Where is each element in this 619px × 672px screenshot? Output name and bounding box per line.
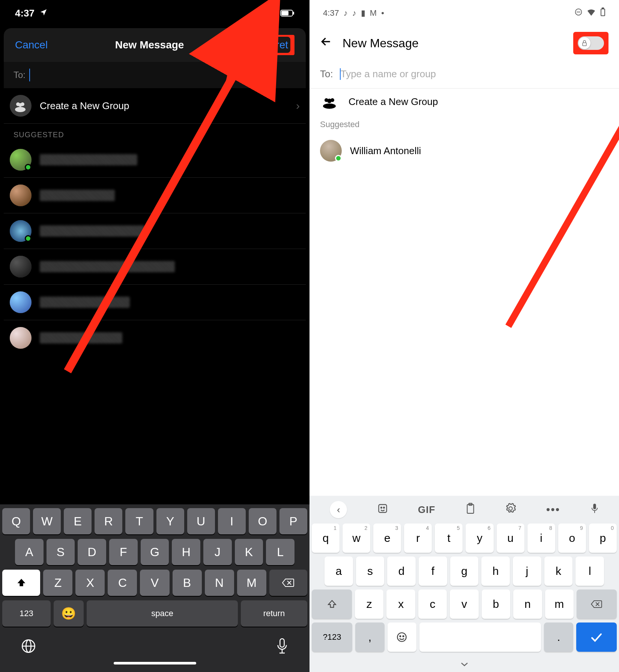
key-d[interactable]: d [387, 556, 416, 586]
key-m[interactable]: m [545, 590, 574, 619]
key-t[interactable]: T [125, 508, 153, 534]
key-b[interactable]: B [173, 570, 202, 596]
key-a[interactable]: a [325, 556, 353, 586]
key-p[interactable]: p0 [589, 524, 617, 553]
key-k[interactable]: k [544, 556, 573, 586]
key-x[interactable]: x [386, 590, 415, 619]
sticker-icon[interactable] [377, 503, 388, 516]
svg-rect-37 [467, 504, 473, 513]
key-o[interactable]: O [249, 508, 276, 534]
key-i[interactable]: I [218, 508, 246, 534]
key-f[interactable]: F [109, 539, 138, 565]
online-dot-icon [25, 235, 32, 242]
key-l[interactable]: l [575, 556, 604, 586]
home-indicator[interactable] [114, 662, 196, 664]
status-time-text: 4:37 [323, 8, 339, 18]
keyboard-collapse-chevron[interactable] [310, 658, 619, 672]
key-q[interactable]: Q [2, 508, 30, 534]
globe-icon[interactable] [21, 639, 36, 655]
key-j[interactable]: j [513, 556, 541, 586]
enter-key[interactable] [576, 622, 617, 652]
key-e[interactable]: E [64, 508, 92, 534]
key-g[interactable]: G [141, 539, 169, 565]
key-q[interactable]: q1 [312, 524, 340, 553]
suggested-contact[interactable] [4, 320, 306, 356]
create-group-row[interactable]: Create a New Group › [4, 88, 306, 124]
key-t[interactable]: t5 [435, 524, 463, 553]
key-c[interactable]: c [418, 590, 447, 619]
backspace-key[interactable] [577, 590, 617, 619]
key-a[interactable]: A [15, 539, 44, 565]
space-key[interactable] [419, 622, 541, 652]
back-button[interactable] [320, 36, 332, 51]
key-h[interactable]: h [481, 556, 510, 586]
key-y[interactable]: y6 [466, 524, 493, 553]
suggested-contact[interactable] [4, 178, 306, 213]
key-v[interactable]: V [140, 570, 169, 596]
return-key[interactable]: return [241, 600, 307, 627]
key-h[interactable]: H [172, 539, 200, 565]
create-group-label: Create a New Group [40, 100, 129, 112]
shift-key[interactable] [312, 590, 352, 619]
key-y[interactable]: Y [156, 508, 184, 534]
symbols-key[interactable]: ?123 [312, 622, 352, 652]
key-c[interactable]: C [108, 570, 137, 596]
create-group-row[interactable]: Create a New Group [310, 88, 619, 115]
avatar [320, 140, 342, 162]
to-field[interactable]: To: [4, 62, 306, 88]
suggested-contact[interactable] [4, 285, 306, 320]
secret-button[interactable]: Secret [255, 37, 290, 53]
mic-icon[interactable] [276, 638, 288, 656]
suggested-contact[interactable] [4, 142, 306, 178]
key-l[interactable]: L [266, 539, 294, 565]
key-b[interactable]: b [482, 590, 510, 619]
key-k[interactable]: K [235, 539, 263, 565]
space-key[interactable]: space [87, 600, 238, 627]
keyboard-collapse-button[interactable]: ‹ [330, 501, 347, 518]
key-s[interactable]: S [47, 539, 75, 565]
key-r[interactable]: R [95, 508, 122, 534]
cancel-button[interactable]: Cancel [15, 39, 48, 51]
suggested-contact[interactable] [4, 213, 306, 249]
emoji-key[interactable] [388, 622, 416, 652]
key-d[interactable]: D [78, 539, 106, 565]
key-u[interactable]: U [187, 508, 215, 534]
mic-icon[interactable] [590, 503, 599, 517]
key-n[interactable]: n [513, 590, 542, 619]
key-w[interactable]: W [33, 508, 61, 534]
suggested-contact[interactable] [4, 249, 306, 285]
key-z[interactable]: Z [43, 570, 72, 596]
to-field[interactable]: To: Type a name or group [310, 60, 619, 88]
key-s[interactable]: s [356, 556, 385, 586]
key-z[interactable]: z [355, 590, 383, 619]
period-key[interactable]: . [544, 622, 573, 652]
key-i[interactable]: i8 [527, 524, 555, 553]
numbers-key[interactable]: 123 [2, 600, 51, 627]
key-u[interactable]: u7 [497, 524, 524, 553]
key-o[interactable]: o9 [558, 524, 586, 553]
secret-toggle[interactable] [578, 36, 604, 50]
suggested-contact[interactable]: William Antonelli [310, 134, 619, 168]
backspace-key[interactable] [269, 570, 307, 596]
key-f[interactable]: f [419, 556, 447, 586]
key-x[interactable]: X [75, 570, 105, 596]
key-n[interactable]: N [205, 570, 234, 596]
comma-key[interactable]: , [355, 622, 384, 652]
key-e[interactable]: e3 [373, 524, 401, 553]
shift-key[interactable] [2, 570, 40, 596]
more-icon[interactable]: ••• [546, 503, 560, 516]
settings-icon[interactable] [505, 503, 516, 516]
clipboard-icon[interactable] [466, 503, 475, 517]
android-keyboard: ‹ GIF ••• q1 w2 e3 r4 t5 y6 [310, 496, 619, 672]
key-p[interactable]: P [279, 508, 307, 534]
key-g[interactable]: g [450, 556, 479, 586]
gif-button[interactable]: GIF [418, 504, 435, 516]
key-j[interactable]: J [203, 539, 232, 565]
key-m[interactable]: M [237, 570, 266, 596]
keyboard-row: Q W E R T Y U I O P [2, 508, 307, 534]
emoji-key[interactable]: 😀 [54, 600, 84, 627]
key-v[interactable]: v [450, 590, 478, 619]
key-w[interactable]: w2 [343, 524, 370, 553]
key-r[interactable]: r4 [404, 524, 432, 553]
svg-rect-1 [257, 13, 258, 16]
